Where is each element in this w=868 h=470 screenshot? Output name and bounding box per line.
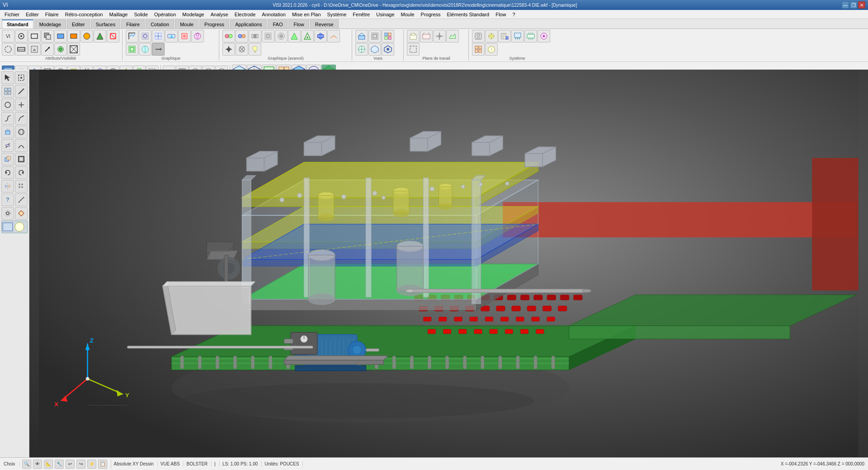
tb-sys-7[interactable] [472,43,485,56]
tb-plan-1[interactable] [407,30,420,42]
tab-filaire[interactable]: Filaire [121,19,145,28]
left-tb-face[interactable] [1,221,28,233]
tb-graphique-2[interactable] [139,30,151,42]
tb-btn-11[interactable] [15,43,28,56]
menu-editer[interactable]: Editer [23,11,42,18]
menu-modelage[interactable]: Modelage [179,11,207,18]
menu-electrode[interactable]: Electrode [232,11,258,18]
tb-sys-3[interactable] [498,30,511,42]
tb-adv-8[interactable] [314,30,327,42]
tb-adv-9[interactable] [327,30,340,42]
tb-adv-10[interactable] [222,43,235,56]
tab-fao[interactable]: FAO [268,19,288,28]
menu-fenetre[interactable]: Fenêtre [350,11,373,18]
tb-plan-3[interactable] [433,30,446,42]
status-icon-6[interactable]: ↪ [76,460,85,469]
tb-graphique-6[interactable] [191,30,204,42]
tb-btn-8[interactable] [94,30,106,42]
tab-cotation[interactable]: Cotation [146,19,174,28]
status-icon-4[interactable]: 🔧 [55,460,64,469]
tb-btn-7[interactable] [80,30,93,42]
tb-btn-15[interactable] [67,43,80,56]
tb-adv-3[interactable] [249,30,261,42]
status-icon-8[interactable]: 📋 [98,460,107,469]
menu-fichier[interactable]: Fichier [2,11,22,18]
menu-progress[interactable]: Progress [418,11,443,18]
left-tb-circle[interactable] [1,99,14,111]
tb-graphique-1[interactable] [126,30,138,42]
menu-mise-en-plan[interactable]: Mise en Plan [289,11,324,18]
tb-btn-6[interactable] [67,30,80,42]
tb-vue-4[interactable] [355,43,368,56]
tb-btn-13[interactable] [41,43,54,56]
menu-analyse[interactable]: Analyse [208,11,231,18]
tb-btn-3[interactable] [28,30,41,42]
maximize-btn[interactable]: ❐ [850,1,857,9]
tab-modelage[interactable]: Modelage [34,19,66,28]
tb-vue-2[interactable] [368,30,381,42]
tb-btn-14[interactable] [54,43,67,56]
tb-btn-9[interactable] [107,30,119,42]
tb-vue-6[interactable] [382,43,394,56]
menu-maillage[interactable]: Maillage [107,11,131,18]
menu-systeme[interactable]: Système [325,11,349,18]
left-tb-settings[interactable] [1,207,14,220]
tab-reverse[interactable]: Reverse [310,19,339,28]
left-tb-loft[interactable] [1,139,14,152]
tb-sys-8[interactable]: ! [485,43,498,56]
left-tb-solid-ops[interactable] [1,153,14,165]
tab-editer[interactable]: Editer [67,19,90,28]
status-icon-5[interactable]: ↩ [66,460,75,469]
tb-adv-6[interactable] [288,30,301,42]
tab-moule[interactable]: Moule [175,19,198,28]
tb-sys-6[interactable] [538,30,550,42]
tb-adv-5[interactable] [275,30,288,42]
viewport[interactable]: Z X Y [29,70,868,457]
tb-graphique-9[interactable] [152,43,165,56]
tb-sys-2[interactable] [485,30,498,42]
tb-sys-1[interactable] [472,30,485,42]
tab-applications[interactable]: Applications [230,19,267,28]
left-tb-sweep[interactable] [15,139,28,152]
tb-btn-2[interactable] [15,30,28,42]
menu-annotation[interactable]: Annotation [259,11,288,18]
tb-adv-1[interactable] [222,30,235,42]
left-tb-cursor[interactable] [1,71,14,84]
tb-btn-1[interactable]: VI [2,30,14,42]
status-icon-1[interactable]: 🔍 [22,460,31,469]
menu-moule[interactable]: Moule [398,11,417,18]
tb-graphique-4[interactable]: 💧 [165,30,178,42]
left-tb-edit-solid[interactable] [15,207,28,220]
tb-btn-10[interactable] [2,43,14,56]
left-tb-mirror[interactable] [1,180,14,193]
tab-surfaces[interactable]: Surfaces [91,19,120,28]
tb-adv-12[interactable] [249,43,261,56]
close-btn[interactable]: ✕ [858,1,865,9]
tb-sys-4[interactable] [511,30,524,42]
left-tb-revolve[interactable] [15,126,28,138]
left-tb-trim[interactable] [15,99,28,111]
tb-adv-2[interactable] [236,30,248,42]
tab-progress[interactable]: Progress [199,19,229,28]
menu-filaire[interactable]: Filaire [42,11,61,18]
tab-flow[interactable]: Flow [288,19,309,28]
tb-btn-4[interactable] [41,30,54,42]
left-tb-shell[interactable] [15,153,28,165]
status-icon-3[interactable]: 📐 [44,460,53,469]
tb-plan-5[interactable] [407,43,420,56]
tb-vue-3[interactable] [382,30,394,42]
left-tb-rotate[interactable] [15,166,28,179]
menu-usinage[interactable]: Usinage [373,11,397,18]
tb-graphique-8[interactable] [139,43,151,56]
tb-vue-5[interactable] [368,43,381,56]
status-icon-2[interactable]: 👁 [33,460,42,469]
tb-adv-7[interactable] [301,30,314,42]
tb-graphique-3[interactable] [152,30,165,42]
status-icon-7[interactable]: ⚡ [87,460,96,469]
left-tb-extrude[interactable] [1,126,14,138]
tb-graphique-7[interactable] [126,43,138,56]
menu-flow[interactable]: Flow [493,11,509,18]
tb-plan-2[interactable] [420,30,433,42]
tab-standard[interactable]: Standard [2,19,33,28]
left-tb-fillet[interactable] [1,112,14,125]
